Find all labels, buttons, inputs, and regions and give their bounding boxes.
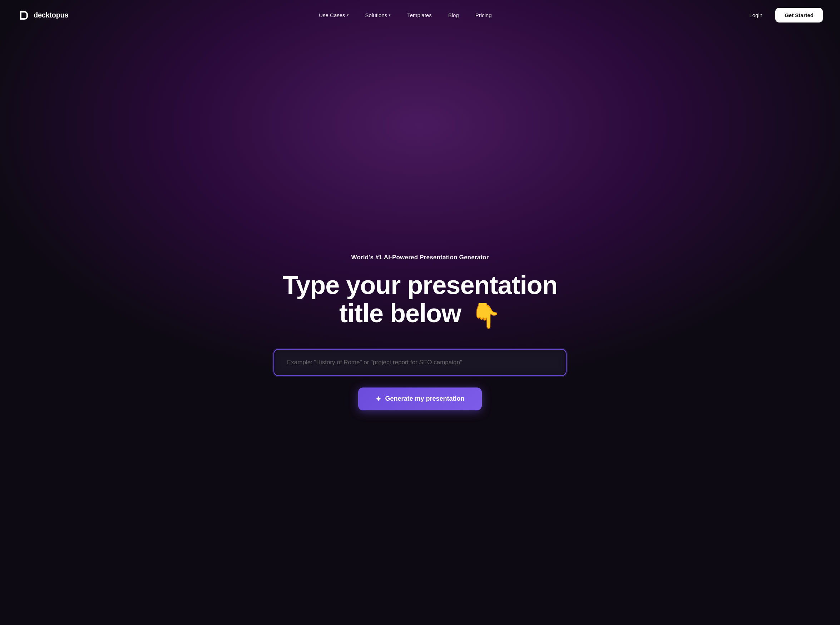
nav-label-blog: Blog xyxy=(448,12,459,18)
chevron-down-icon: ▾ xyxy=(347,13,349,17)
pointing-down-emoji: 👇 xyxy=(471,302,501,329)
nav-link-pricing[interactable]: Pricing xyxy=(469,9,498,21)
nav-link-solutions[interactable]: Solutions ▾ xyxy=(359,9,397,21)
sparkle-icon: ✦ xyxy=(375,395,382,403)
navigation: decktopus Use Cases ▾ Solutions ▾ Templa… xyxy=(0,0,840,30)
nav-item-pricing: Pricing xyxy=(469,9,498,21)
nav-item-solutions: Solutions ▾ xyxy=(359,9,397,21)
nav-item-blog: Blog xyxy=(442,9,465,21)
get-started-button[interactable]: Get Started xyxy=(775,8,823,22)
nav-links: Use Cases ▾ Solutions ▾ Templates Blog P… xyxy=(312,9,498,21)
nav-link-blog[interactable]: Blog xyxy=(442,9,465,21)
presentation-input-wrapper xyxy=(273,349,567,376)
chevron-down-icon-solutions: ▾ xyxy=(388,13,391,17)
nav-link-templates[interactable]: Templates xyxy=(401,9,438,21)
nav-label-pricing: Pricing xyxy=(475,12,492,18)
hero-title-text: Type your presentation title below xyxy=(283,271,558,328)
nav-label-templates: Templates xyxy=(407,12,432,18)
generate-button[interactable]: ✦ Generate my presentation xyxy=(358,387,482,410)
login-button[interactable]: Login xyxy=(742,9,770,22)
hero-section: World's #1 AI-Powered Presentation Gener… xyxy=(0,30,840,625)
d-logo-svg xyxy=(18,9,29,21)
logo-link[interactable]: decktopus xyxy=(17,9,68,22)
generate-button-label: Generate my presentation xyxy=(385,395,464,403)
logo-text: decktopus xyxy=(34,11,68,19)
nav-label-solutions: Solutions xyxy=(365,12,388,18)
hero-title: Type your presentation title below 👇 xyxy=(259,271,581,329)
nav-item-use-cases: Use Cases ▾ xyxy=(312,9,355,21)
nav-actions: Login Get Started xyxy=(742,8,823,22)
nav-label-use-cases: Use Cases xyxy=(319,12,345,18)
nav-item-templates: Templates xyxy=(401,9,438,21)
logo-icon xyxy=(17,9,30,22)
nav-link-use-cases[interactable]: Use Cases ▾ xyxy=(312,9,355,21)
hero-subtitle: World's #1 AI-Powered Presentation Gener… xyxy=(351,254,489,261)
presentation-title-input[interactable] xyxy=(273,349,567,376)
